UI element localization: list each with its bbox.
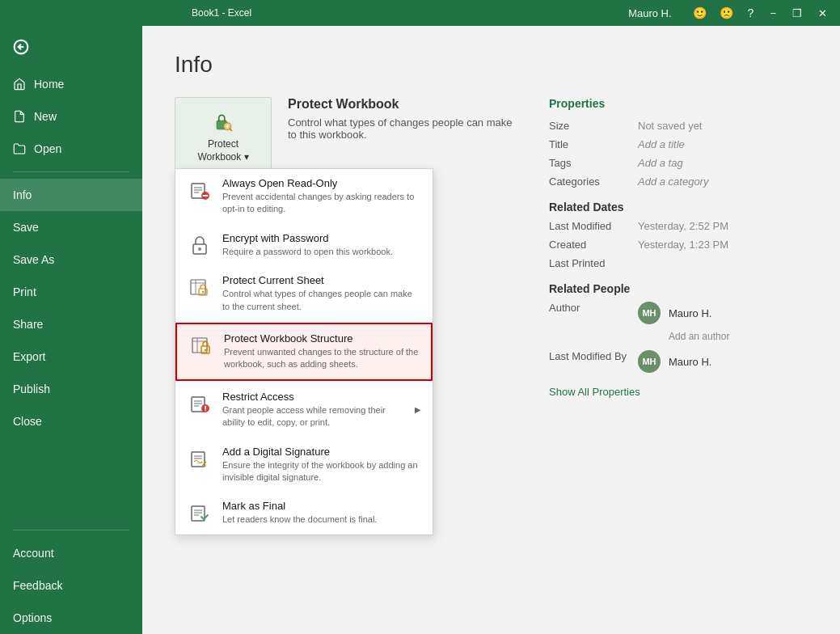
prop-label-author: Author — [549, 302, 638, 342]
restrict-icon — [187, 391, 213, 416]
sidebar-item-options-label: Options — [13, 611, 52, 624]
menu-text-readonly: Always Open Read-Only Prevent accidental… — [222, 177, 421, 216]
menu-desc-restrict: Grant people access while removing their… — [222, 404, 405, 429]
window-controls: Mauro H. 🙂 🙁 ? − ❐ ✕ — [622, 3, 834, 23]
sidebar-item-info[interactable]: Info — [0, 179, 142, 211]
app-title: Book1 - Excel — [192, 7, 251, 19]
menu-text-protect-sheet: Protect Current Sheet Control what types… — [222, 274, 421, 313]
menu-text-encrypt: Encrypt with Password Require a password… — [222, 232, 393, 258]
show-all-properties-link[interactable]: Show All Properties — [549, 386, 808, 398]
svg-point-30 — [205, 409, 206, 411]
maximize-button[interactable]: ❐ — [786, 4, 808, 23]
prop-row-last-modified-by: Last Modified By MH Mauro H. — [549, 350, 808, 379]
last-modified-avatar: MH — [638, 350, 661, 373]
protect-title: Protect Workbook — [288, 97, 517, 112]
sidebar-item-save-as-label: Save As — [13, 253, 54, 266]
sidebar-item-new-label: New — [34, 110, 57, 123]
author-name: Mauro H. — [669, 307, 711, 319]
prop-value-tags[interactable]: Add a tag — [638, 157, 683, 169]
sidebar-item-options[interactable]: Options — [0, 602, 142, 634]
prop-label-categories: Categories — [549, 175, 638, 188]
last-modified-by-row: MH Mauro H. — [638, 350, 711, 373]
sidebar-item-publish[interactable]: Publish — [0, 373, 142, 405]
prop-value-title[interactable]: Add a title — [638, 138, 685, 150]
menu-item-protect-sheet[interactable]: Protect Current Sheet Control what types… — [175, 266, 433, 321]
menu-desc-readonly: Prevent accidental changes by asking rea… — [222, 191, 421, 216]
menu-text-protect-structure: Protect Workbook Structure Prevent unwan… — [224, 332, 420, 371]
back-button[interactable] — [0, 26, 142, 68]
menu-title-restrict: Restrict Access — [222, 391, 405, 403]
sidebar-item-print[interactable]: Print — [0, 276, 142, 308]
encrypt-icon — [187, 232, 213, 258]
add-author-link[interactable]: Add an author — [669, 331, 729, 342]
prop-label-last-printed: Last Printed — [549, 257, 638, 269]
close-button[interactable]: ✕ — [812, 4, 834, 23]
menu-item-encrypt[interactable]: Encrypt with Password Require a password… — [175, 224, 433, 266]
sidebar-item-share[interactable]: Share — [0, 308, 142, 340]
prop-row-author: Author MH Mauro H. Add an author — [549, 302, 808, 342]
happy-icon[interactable]: 🙂 — [688, 3, 711, 23]
sidebar-item-account[interactable]: Account — [0, 537, 142, 569]
info-row: ProtectWorkbook ▾ — [175, 97, 808, 398]
menu-item-restrict[interactable]: Restrict Access Grant people access whil… — [175, 383, 433, 437]
prop-row-last-modified: Last Modified Yesterday, 2:52 PM — [549, 220, 808, 232]
prop-value-categories[interactable]: Add a category — [638, 175, 708, 188]
sidebar-item-home[interactable]: Home — [0, 68, 142, 100]
sidebar-item-info-label: Info — [13, 188, 32, 201]
prop-label-tags: Tags — [549, 157, 638, 169]
prop-label-size: Size — [549, 120, 638, 132]
page-title: Info — [175, 52, 808, 78]
prop-value-size: Not saved yet — [638, 120, 703, 132]
mark-final-icon — [187, 500, 213, 526]
sidebar-item-save[interactable]: Save — [0, 211, 142, 243]
properties-panel: Properties Size Not saved yet Title Add … — [549, 97, 808, 398]
sidebar-item-home-label: Home — [34, 78, 64, 91]
menu-item-digital-sig[interactable]: Add a Digital Signature Ensure the integ… — [175, 437, 433, 492]
sidebar-item-export[interactable]: Export — [0, 340, 142, 373]
protect-sheet-icon — [187, 274, 213, 300]
menu-item-mark-final[interactable]: Mark as Final Let readers know the docum… — [175, 492, 433, 534]
protect-btn-area: ProtectWorkbook ▾ — [175, 97, 517, 177]
help-button[interactable]: ? — [741, 3, 761, 23]
prop-label-last-modified-by: Last Modified By — [549, 350, 638, 379]
sidebar-item-export-label: Export — [13, 350, 45, 363]
prop-label-created: Created — [549, 239, 638, 251]
digital-sig-icon — [187, 446, 213, 471]
author-row: MH Mauro H. — [638, 302, 729, 324]
svg-point-23 — [205, 349, 207, 352]
protect-description: Protect Workbook Control what types of c… — [288, 97, 517, 141]
menu-desc-protect-structure: Prevent unwanted changes to the structur… — [224, 346, 420, 371]
sidebar-item-save-as[interactable]: Save As — [0, 243, 142, 276]
minimize-button[interactable]: − — [763, 4, 783, 23]
prop-row-size: Size Not saved yet — [549, 120, 808, 132]
menu-item-protect-structure[interactable]: Protect Workbook Structure Prevent unwan… — [175, 323, 433, 381]
sidebar-item-feedback[interactable]: Feedback — [0, 569, 142, 602]
sidebar-item-close[interactable]: Close — [0, 405, 142, 437]
properties-title[interactable]: Properties — [549, 97, 808, 110]
sidebar-divider-1 — [13, 171, 129, 172]
protect-workbook-button[interactable]: ProtectWorkbook ▾ — [175, 97, 272, 177]
sidebar-item-save-label: Save — [13, 221, 39, 234]
sidebar: Home New Open Info Save — [0, 26, 142, 634]
author-info: MH Mauro H. Add an author — [638, 302, 729, 342]
protect-workbook-icon — [212, 111, 234, 133]
title-bar: Book1 - Excel Mauro H. 🙂 🙁 ? − ❐ ✕ — [0, 0, 840, 26]
menu-item-readonly[interactable]: Always Open Read-Only Prevent accidental… — [175, 169, 433, 224]
sad-icon[interactable]: 🙁 — [715, 3, 738, 23]
content-area: Info — [142, 26, 840, 634]
prop-row-tags: Tags Add a tag — [549, 157, 808, 169]
menu-text-digital-sig: Add a Digital Signature Ensure the integ… — [222, 446, 421, 484]
sidebar-item-open[interactable]: Open — [0, 133, 142, 165]
info-main: ProtectWorkbook ▾ — [175, 97, 517, 398]
prop-row-last-printed: Last Printed — [549, 257, 808, 269]
prop-value-created: Yesterday, 1:23 PM — [638, 239, 728, 251]
related-people-section: Related People Author MH Mauro H. Add an… — [549, 282, 808, 379]
sidebar-item-new[interactable]: New — [0, 100, 142, 133]
svg-point-13 — [198, 247, 201, 251]
menu-title-digital-sig: Add a Digital Signature — [222, 446, 421, 458]
svg-line-4 — [230, 129, 231, 130]
protect-structure-icon — [188, 332, 214, 358]
menu-title-mark-final: Mark as Final — [222, 500, 377, 512]
related-people-title: Related People — [549, 282, 808, 295]
readonly-icon — [187, 177, 213, 203]
